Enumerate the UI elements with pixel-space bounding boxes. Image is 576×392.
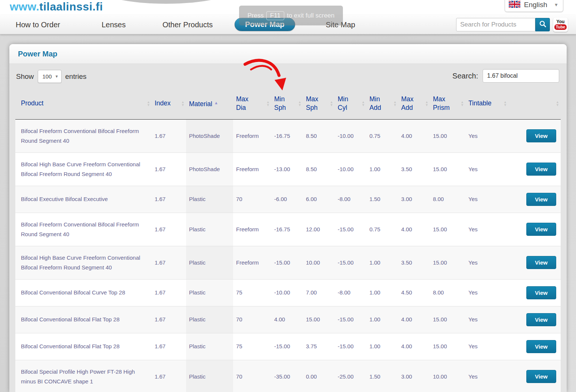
- column-header-tintable[interactable]: Tintable▲▼: [465, 88, 508, 119]
- sort-both-icon: ▲▼: [181, 101, 185, 107]
- cell-max_prism: 15.00: [430, 246, 465, 279]
- language-label: English: [524, 1, 547, 9]
- cell-min_cyl: -10.00: [335, 152, 366, 186]
- column-header-max_prism[interactable]: MaxPrism▲▼: [430, 88, 465, 119]
- cell-min_add: 1.00: [366, 246, 398, 279]
- sort-both-icon: ▲▼: [393, 101, 397, 107]
- cell-max_add: 3.50: [398, 246, 430, 279]
- table-row: Bifocal Conventional Bifocal Flat Top 28…: [15, 333, 561, 360]
- view-button[interactable]: View: [526, 313, 556, 326]
- cell-max_sph: 8.50: [303, 119, 335, 152]
- view-button[interactable]: View: [526, 256, 556, 269]
- view-button[interactable]: View: [526, 163, 556, 176]
- page-size-control: Show 100 ▼ entries: [16, 70, 87, 83]
- table-search-label: Search:: [452, 72, 478, 80]
- cell-max_add: 4.50: [398, 279, 430, 306]
- cell-max_sph: 6.00: [303, 186, 335, 213]
- view-cell: View: [508, 246, 561, 279]
- table-row: Bifocal Freeform Conventional Bifocal Fr…: [15, 119, 561, 152]
- youtube-you-text: You: [557, 19, 565, 24]
- cell-min_sph: -16.75: [271, 213, 303, 246]
- column-header-product[interactable]: Product▲▼: [15, 88, 152, 119]
- cell-tintable: Yes: [465, 186, 508, 213]
- cell-tintable: Yes: [465, 306, 508, 333]
- cell-min_add: 1.50: [366, 186, 398, 213]
- page-size-select[interactable]: 100 ▼: [38, 70, 62, 83]
- search-button[interactable]: [535, 18, 550, 31]
- nav-item-other-products[interactable]: Other Products: [162, 15, 213, 34]
- cell-max_dia: 75: [233, 333, 271, 360]
- cell-min_cyl: -15.00: [335, 306, 366, 333]
- table-search-control: Search:: [452, 69, 559, 83]
- view-button[interactable]: View: [526, 193, 556, 206]
- sort-both-icon: ▲▼: [556, 101, 559, 107]
- view-cell: View: [508, 333, 561, 360]
- column-header-material[interactable]: Material▲: [186, 88, 233, 119]
- cell-min_add: 1.00: [366, 152, 398, 186]
- cell-min_add: 1.00: [366, 333, 398, 360]
- cell-product: Bifocal Conventional Bifocal Flat Top 28: [15, 306, 152, 333]
- language-selector[interactable]: English ▼: [505, 0, 563, 12]
- column-header-min_add[interactable]: MinAdd▲▼: [366, 88, 398, 119]
- cell-max_prism: 8.00: [430, 279, 465, 306]
- column-header-max_dia[interactable]: MaxDia▲▼: [233, 88, 271, 119]
- show-label: Show: [16, 72, 34, 81]
- nav-item-how-to-order[interactable]: How to Order: [16, 15, 60, 34]
- sort-both-icon: ▲▼: [425, 101, 428, 107]
- column-header-min_sph[interactable]: MinSph▲▼: [271, 88, 303, 119]
- cell-min_cyl: -25.00: [335, 360, 366, 392]
- view-button[interactable]: View: [526, 340, 556, 353]
- cell-max_sph: 12.00: [303, 213, 335, 246]
- cell-max_prism: 10.00: [430, 360, 465, 392]
- view-button[interactable]: View: [526, 370, 556, 383]
- nav-item-site-map[interactable]: Site Map: [326, 15, 355, 34]
- sort-both-icon: ▲▼: [147, 101, 150, 107]
- column-header-index[interactable]: Index▲▼: [152, 88, 186, 119]
- youtube-icon[interactable]: You Tube: [553, 18, 568, 32]
- cell-max_add: 4.00: [398, 119, 430, 152]
- cell-max_sph: 8.50: [303, 152, 335, 186]
- view-button[interactable]: View: [526, 129, 556, 142]
- column-header-view[interactable]: ▲▼: [508, 88, 561, 119]
- cell-index: 1.67: [152, 333, 186, 360]
- view-cell: View: [508, 306, 561, 333]
- cell-min_add: 0.75: [366, 119, 398, 152]
- cell-product: Bifocal Executive Bifocal Executive: [15, 186, 152, 213]
- cell-material: Plastic: [186, 246, 233, 279]
- cell-max_dia: 70: [233, 360, 271, 392]
- cell-index: 1.67: [152, 213, 186, 246]
- cell-max_sph: 0.00: [303, 360, 335, 392]
- table-header-row: Product▲▼Index▲▼Material▲MaxDia▲▼MinSph▲…: [15, 88, 561, 119]
- view-cell: View: [508, 186, 561, 213]
- cell-min_add: 0.75: [366, 213, 398, 246]
- cell-max_add: 3.00: [398, 360, 430, 392]
- nav-item-power-map-active[interactable]: Power Map: [235, 18, 295, 31]
- sort-both-icon: ▲▼: [362, 101, 365, 107]
- cell-min_cyl: -10.00: [335, 119, 366, 152]
- cell-max_sph: 7.00: [303, 279, 335, 306]
- cell-min_sph: -15.00: [271, 333, 303, 360]
- nav-item-lenses[interactable]: Lenses: [102, 15, 126, 34]
- cell-product: Bifocal High Base Curve Freeform Convent…: [15, 152, 152, 186]
- cell-max_prism: 15.00: [430, 119, 465, 152]
- cell-tintable: Yes: [465, 333, 508, 360]
- cell-max_prism: 15.00: [430, 333, 465, 360]
- page-title: Power Map: [9, 44, 567, 58]
- sort-both-icon: ▲▼: [298, 101, 301, 107]
- logo-domain: tilaalinssi.fi: [39, 0, 103, 13]
- view-button[interactable]: View: [526, 223, 556, 236]
- column-header-max_add[interactable]: MaxAdd▲▼: [398, 88, 430, 119]
- top-bar: www.tilaalinssi.fi English ▼: [0, 0, 576, 15]
- column-header-max_sph[interactable]: MaxSph▲▼: [303, 88, 335, 119]
- products-search-input[interactable]: [456, 18, 535, 31]
- cell-product: Bifocal Freeform Conventional Bifocal Fr…: [15, 213, 152, 246]
- cell-max_add: 4.00: [398, 333, 430, 360]
- table-search-input[interactable]: [483, 69, 559, 83]
- cell-product: Bifocal Freeform Conventional Bifocal Fr…: [15, 119, 152, 152]
- column-header-min_cyl[interactable]: MinCyl▲▼: [335, 88, 366, 119]
- cell-material: Plastic: [186, 333, 233, 360]
- cell-max_dia: 75: [233, 279, 271, 306]
- cell-material: Plastic: [186, 279, 233, 306]
- view-button[interactable]: View: [526, 286, 556, 299]
- youtube-tube-text: Tube: [554, 24, 567, 30]
